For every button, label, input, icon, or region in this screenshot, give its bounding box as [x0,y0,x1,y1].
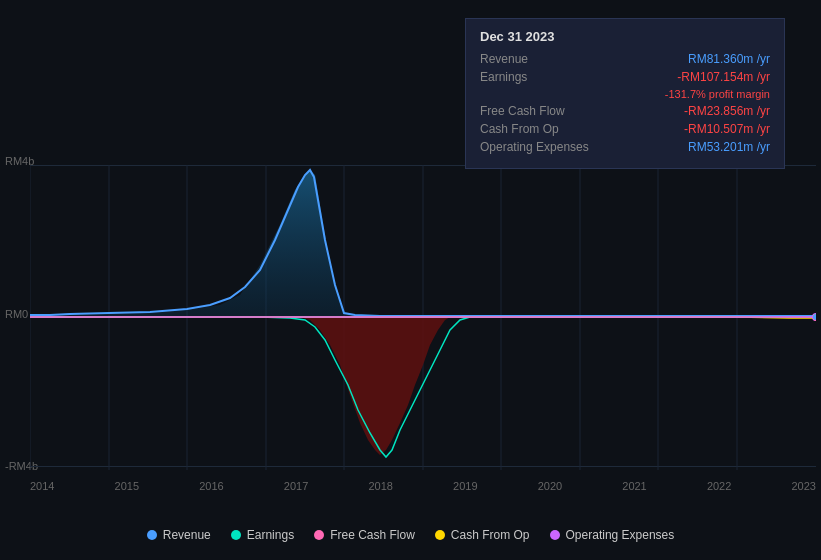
legend-label-opex: Operating Expenses [566,528,675,542]
tooltip-row-fcf: Free Cash Flow -RM23.856m /yr [480,104,770,118]
tooltip-row-cfo: Cash From Op -RM10.507m /yr [480,122,770,136]
x-label-2015: 2015 [115,480,139,492]
legend-label-fcf: Free Cash Flow [330,528,415,542]
tooltip-label-fcf: Free Cash Flow [480,104,600,118]
x-label-2023: 2023 [791,480,815,492]
x-label-2018: 2018 [368,480,392,492]
main-chart-svg [30,165,816,470]
chart-legend: Revenue Earnings Free Cash Flow Cash Fro… [0,528,821,542]
x-label-2016: 2016 [199,480,223,492]
legend-dot-revenue [147,530,157,540]
tooltip-row-revenue: Revenue RM81.360m /yr [480,52,770,66]
legend-item-fcf[interactable]: Free Cash Flow [314,528,415,542]
legend-dot-earnings [231,530,241,540]
x-label-2017: 2017 [284,480,308,492]
legend-item-cfo[interactable]: Cash From Op [435,528,530,542]
legend-item-opex[interactable]: Operating Expenses [550,528,675,542]
legend-item-revenue[interactable]: Revenue [147,528,211,542]
tooltip-label-opex: Operating Expenses [480,140,600,154]
tooltip-label-cfo: Cash From Op [480,122,600,136]
tooltip-label-empty [480,88,600,100]
legend-label-revenue: Revenue [163,528,211,542]
legend-dot-opex [550,530,560,540]
tooltip-title: Dec 31 2023 [480,29,770,44]
tooltip-value-cfo: -RM10.507m /yr [684,122,770,136]
tooltip-box: Dec 31 2023 Revenue RM81.360m /yr Earnin… [465,18,785,169]
x-axis: 2014 2015 2016 2017 2018 2019 2020 2021 … [30,480,816,492]
y-axis-mid: RM0 [5,308,28,320]
tooltip-value-opex: RM53.201m /yr [688,140,770,154]
x-label-2022: 2022 [707,480,731,492]
tooltip-row-opex: Operating Expenses RM53.201m /yr [480,140,770,154]
tooltip-subvalue-earnings: -131.7% profit margin [665,88,770,100]
legend-dot-fcf [314,530,324,540]
x-label-2020: 2020 [538,480,562,492]
legend-label-cfo: Cash From Op [451,528,530,542]
legend-label-earnings: Earnings [247,528,294,542]
tooltip-value-revenue: RM81.360m /yr [688,52,770,66]
legend-item-earnings[interactable]: Earnings [231,528,294,542]
tooltip-row-earnings: Earnings -RM107.154m /yr [480,70,770,84]
x-label-2019: 2019 [453,480,477,492]
tooltip-label-earnings: Earnings [480,70,600,84]
x-label-2021: 2021 [622,480,646,492]
tooltip-value-fcf: -RM23.856m /yr [684,104,770,118]
x-label-2014: 2014 [30,480,54,492]
tooltip-label-revenue: Revenue [480,52,600,66]
tooltip-value-earnings: -RM107.154m /yr [677,70,770,84]
legend-dot-cfo [435,530,445,540]
tooltip-row-earnings-sub: -131.7% profit margin [480,88,770,100]
